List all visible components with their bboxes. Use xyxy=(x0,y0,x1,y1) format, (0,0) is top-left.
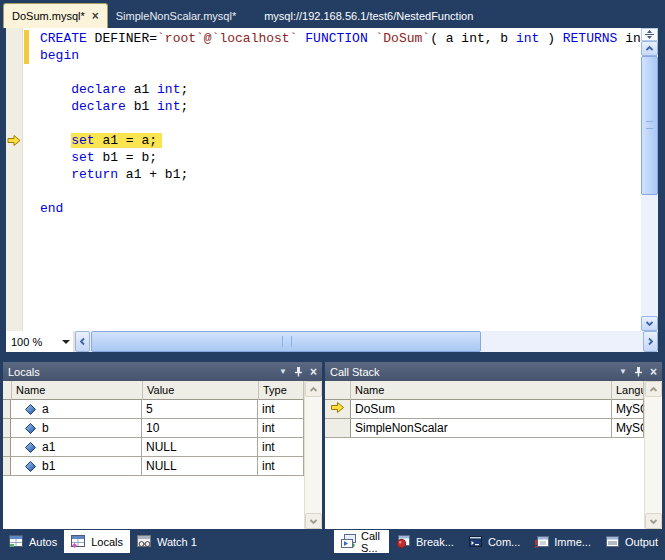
close-button[interactable]: × xyxy=(310,367,317,377)
callstack-icon xyxy=(341,534,356,549)
locals-row[interactable]: b1NULLint xyxy=(3,457,304,476)
locals-body: NameValueType a5intb10inta1NULLintb1NULL… xyxy=(3,381,322,529)
code-token: ; xyxy=(180,99,188,114)
current-statement-arrow-icon xyxy=(7,135,21,146)
window-menu-button[interactable]: ▼ xyxy=(279,367,287,376)
zoom-level-combobox[interactable]: 100 % xyxy=(6,331,59,352)
row-header-corner[interactable] xyxy=(325,381,351,400)
code-line[interactable]: end xyxy=(40,200,641,217)
tool-tab-imme[interactable]: Imme... xyxy=(527,530,598,553)
code-lines[interactable]: CREATE DEFINER=`root`@`localhost` FUNCTI… xyxy=(29,30,641,331)
code-line[interactable]: set b1 = b; xyxy=(40,149,641,166)
code-line[interactable]: CREATE DEFINER=`root`@`localhost` FUNCTI… xyxy=(40,30,641,47)
column-header-value[interactable]: Value xyxy=(143,381,259,400)
chevron-right-icon xyxy=(647,337,654,346)
code-token: set xyxy=(71,133,94,148)
scroll-down-button[interactable] xyxy=(641,316,658,331)
tool-tab-watch-1[interactable]: Watch 1 xyxy=(130,530,204,553)
code-token: ( a int, b xyxy=(430,31,516,46)
row-header-corner[interactable] xyxy=(3,381,12,400)
locals-grid[interactable]: NameValueType a5intb10inta1NULLintb1NULL… xyxy=(3,381,304,529)
pin-icon xyxy=(294,366,303,377)
close-button[interactable]: × xyxy=(650,367,657,377)
editor-vertical-scrollbar[interactable] xyxy=(641,28,658,331)
variable-name: b1 xyxy=(42,459,55,473)
variable-value-cell[interactable]: NULL xyxy=(142,457,258,476)
tool-tab-break[interactable]: Break... xyxy=(389,530,461,553)
code-line[interactable]: set a1 = a; xyxy=(40,132,641,149)
pin-button[interactable] xyxy=(634,366,643,377)
tool-tab-locals[interactable]: Locals xyxy=(64,530,130,553)
doc-tab-dosum[interactable]: DoSum.mysql* × xyxy=(3,3,108,28)
field-icon xyxy=(25,461,36,472)
callstack-grid-rows: DoSumMySQLSimpleNonScalarMySQL xyxy=(325,400,644,438)
variable-name: a xyxy=(42,402,49,416)
scroll-up-button[interactable] xyxy=(641,41,658,56)
scroll-down-button[interactable] xyxy=(645,513,662,529)
code-line[interactable]: declare b1 int; xyxy=(40,98,641,115)
callstack-grid[interactable]: NameLanguage DoSumMySQLSimpleNonScalarMy… xyxy=(325,381,644,529)
variable-name-cell: b1 xyxy=(11,457,142,476)
locals-icon xyxy=(71,534,86,549)
frame-name: SimpleNonScalar xyxy=(355,421,448,435)
chevron-down-icon xyxy=(649,518,658,525)
variable-name-cell: a1 xyxy=(11,438,142,457)
scroll-up-button[interactable] xyxy=(305,381,322,397)
code-token xyxy=(40,133,71,148)
code-line[interactable] xyxy=(40,115,641,132)
column-header-language[interactable]: Language xyxy=(612,381,644,400)
right-tabgroup: Call S...Break...Com...Imme...Output xyxy=(334,530,665,553)
locals-row[interactable]: a5int xyxy=(3,400,304,419)
code-line[interactable]: begin xyxy=(40,47,641,64)
callstack-row[interactable]: SimpleNonScalarMySQL xyxy=(325,419,644,438)
frame-name-cell: SimpleNonScalar xyxy=(351,419,612,438)
locals-titlebar[interactable]: Locals ▼ × xyxy=(3,362,322,381)
pin-button[interactable] xyxy=(294,366,303,377)
variable-name: b xyxy=(42,421,49,435)
variable-value-cell[interactable]: 10 xyxy=(142,419,258,438)
locals-row[interactable]: a1NULLint xyxy=(3,438,304,457)
code-editor[interactable]: CREATE DEFINER=`root`@`localhost` FUNCTI… xyxy=(6,28,658,331)
tool-tab-com[interactable]: Com... xyxy=(461,530,527,553)
code-token: a1 xyxy=(126,82,157,97)
connection-breadcrumb: mysql://192.168.56.1/test6/NestedFunctio… xyxy=(264,10,473,28)
tool-tab-autos[interactable]: Autos xyxy=(2,530,64,553)
callstack-vertical-scrollbar[interactable] xyxy=(644,381,662,529)
close-icon[interactable]: × xyxy=(92,11,99,21)
column-header-name[interactable]: Name xyxy=(351,381,612,400)
scroll-right-button[interactable] xyxy=(643,331,658,352)
scroll-down-button[interactable] xyxy=(305,513,322,529)
editor-horizontal-scrollbar[interactable] xyxy=(75,331,658,352)
code-line[interactable]: return a1 + b1; xyxy=(40,166,641,183)
variable-type: int xyxy=(262,459,275,473)
locals-panel: Locals ▼ × NameValueType a5intb10inta1NU… xyxy=(3,362,322,529)
tool-tab-output[interactable]: Output xyxy=(598,530,665,553)
variable-value-cell[interactable]: NULL xyxy=(142,438,258,457)
tool-tab-label: Output xyxy=(625,536,658,548)
field-icon xyxy=(25,423,36,434)
code-line[interactable] xyxy=(40,183,641,200)
scroll-thumb[interactable] xyxy=(91,331,481,352)
doc-tab-simplenonscalar[interactable]: SimpleNonScalar.mysql* xyxy=(108,4,244,28)
locals-row[interactable]: b10int xyxy=(3,419,304,438)
code-line[interactable] xyxy=(40,64,641,81)
window-menu-button[interactable]: ▼ xyxy=(619,367,627,376)
callstack-row[interactable]: DoSumMySQL xyxy=(325,400,644,419)
scroll-up-button[interactable] xyxy=(645,381,662,397)
variable-type: int xyxy=(262,440,275,454)
callstack-titlebar[interactable]: Call Stack ▼ × xyxy=(325,362,662,381)
variable-value-cell[interactable]: 5 xyxy=(142,400,258,419)
panel-title: Locals xyxy=(8,366,272,378)
tool-tab-call-s[interactable]: Call S... xyxy=(334,530,389,553)
locals-vertical-scrollbar[interactable] xyxy=(304,381,322,529)
code-token xyxy=(40,99,71,114)
editor-indicator-margin[interactable] xyxy=(6,28,23,331)
scroll-left-button[interactable] xyxy=(75,331,90,352)
column-header-name[interactable]: Name xyxy=(12,381,143,400)
column-header-type[interactable]: Type xyxy=(259,381,304,400)
code-line[interactable]: declare a1 int; xyxy=(40,81,641,98)
scroll-thumb[interactable] xyxy=(641,56,658,195)
splitter-handle[interactable] xyxy=(641,28,658,41)
zoom-combo-dropdown[interactable] xyxy=(59,331,73,352)
document-tabbar: DoSum.mysql* × SimpleNonScalar.mysql* my… xyxy=(0,0,665,28)
